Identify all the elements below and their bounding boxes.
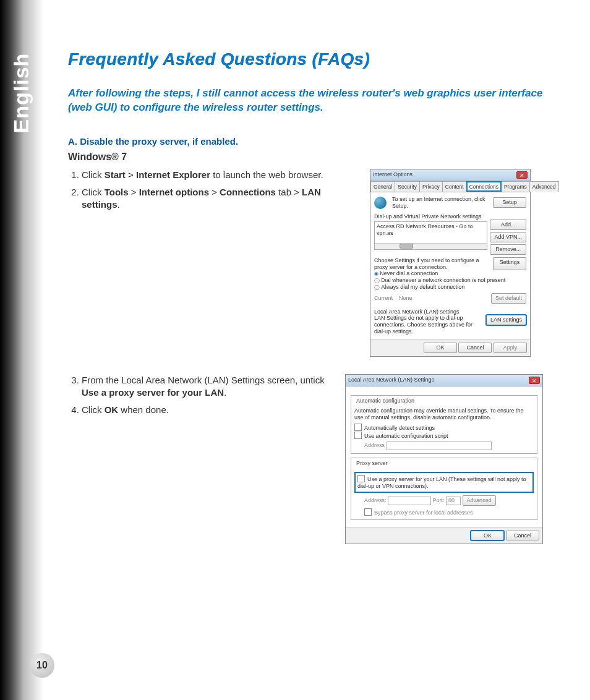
add-vpn-button[interactable]: Add VPN... (490, 232, 526, 242)
internet-options-screenshot: Internet Options ✕ General Security Priv… (370, 169, 550, 357)
os-label: Windows® 7 (68, 152, 550, 163)
language-sidebar: English (0, 0, 43, 186)
proxy-address-label: Address: (364, 497, 387, 503)
tab-security[interactable]: Security (395, 181, 420, 192)
chk-auto-detect[interactable]: Automatically detect settings (354, 424, 534, 432)
tab-programs[interactable]: Programs (501, 181, 530, 192)
auto-config-legend: Automatic configuration (354, 398, 416, 404)
choose-text: Choose Settings if you need to configure… (374, 257, 490, 271)
ie-tab-body: To set up an Internet connection, click … (370, 192, 530, 339)
tab-privacy[interactable]: Privacy (419, 181, 443, 192)
setup-button[interactable]: Setup (493, 197, 526, 208)
close-icon[interactable]: ✕ (529, 377, 540, 384)
auto-config-group: Automatic configuration Automatic config… (351, 395, 537, 454)
lan-settings-screenshot: Local Area Network (LAN) Settings ✕ Auto… (345, 374, 550, 545)
dun-header: Dial-up and Virtual Private Network sett… (374, 213, 526, 220)
row-steps-1-2: Click Start > Internet Explorer to launc… (68, 169, 550, 357)
tab-connections[interactable]: Connections (466, 181, 502, 192)
remove-button[interactable]: Remove... (490, 244, 526, 255)
chk-auto-script[interactable]: Use automatic configuration script (354, 432, 534, 440)
set-default-button[interactable]: Set default (491, 293, 526, 304)
lan-title: Local Area Network (LAN) Settings (348, 377, 434, 384)
close-icon[interactable]: ✕ (516, 171, 528, 179)
row-steps-3-4: From the Local Area Network (LAN) Settin… (68, 374, 550, 545)
address-row: Address (364, 442, 534, 450)
add-button[interactable]: Add... (490, 220, 526, 230)
ie-tabs: General Security Privacy Content Connect… (370, 181, 530, 192)
steps-list-1: Click Start > Internet Explorer to launc… (82, 169, 359, 211)
auto-config-text: Automatic configuration may override man… (354, 408, 534, 421)
radio-always-dial[interactable]: Always dial my default connection (374, 284, 526, 291)
lan-header: Local Area Network (LAN) settings (374, 309, 526, 315)
ok-button[interactable]: OK (424, 343, 457, 353)
lan-dialog-buttons: OK Cancel (346, 527, 542, 544)
page-title: Frequently Asked Questions (FAQs) (68, 49, 550, 69)
chk-bypass[interactable]: Bypass proxy server for local addresses (364, 508, 534, 516)
chk-use-proxy[interactable]: Use a proxy server for your LAN (These s… (357, 475, 531, 490)
step-4: Click OK when done. (82, 404, 334, 416)
proxy-address-row: Address: Port: 80 Advanced (364, 495, 534, 506)
settings-button[interactable]: Settings (493, 257, 526, 271)
step-1: Click Start > Internet Explorer to launc… (82, 169, 359, 181)
globe-icon (374, 197, 387, 209)
radio-never-dial[interactable]: Never dial a connection (374, 270, 526, 277)
tab-general[interactable]: General (370, 181, 395, 192)
tab-content[interactable]: Content (442, 181, 467, 192)
proxy-address-input[interactable] (388, 497, 431, 505)
scrollbar[interactable] (375, 243, 487, 249)
page-number: 10 (30, 653, 54, 678)
ie-title: Internet Options (373, 171, 413, 179)
proxy-highlight: Use a proxy server for your LAN (These s… (354, 472, 534, 493)
language-label: English (10, 53, 34, 133)
faq-question: After following the steps, I still canno… (68, 87, 550, 115)
address-input[interactable] (387, 442, 492, 450)
apply-button[interactable]: Apply (494, 343, 527, 353)
ie-setup-text: To set up an Internet connection, click … (392, 196, 490, 210)
lan-titlebar: Local Area Network (LAN) Settings ✕ (346, 375, 542, 386)
lan-settings-button[interactable]: LAN settings (486, 315, 526, 325)
address-label: Address (364, 442, 385, 448)
port-input[interactable]: 80 (446, 497, 461, 505)
page-content: Frequently Asked Questions (FAQs) After … (68, 49, 550, 544)
port-label: Port: (433, 497, 445, 503)
lan-text: LAN Settings do not apply to dial-up con… (374, 315, 484, 335)
steps-1-2-text: Click Start > Internet Explorer to launc… (68, 169, 359, 216)
step-3: From the Local Area Network (LAN) Settin… (82, 374, 334, 399)
cancel-button[interactable]: Cancel (506, 531, 539, 541)
ie-dialog-buttons: OK Cancel Apply (370, 339, 530, 356)
proxy-group: Proxy server Use a proxy server for your… (351, 458, 537, 520)
advanced-button[interactable]: Advanced (463, 495, 496, 506)
steps-3-4-text: From the Local Area Network (LAN) Settin… (68, 374, 334, 422)
os-text: Windows® 7 (68, 152, 127, 162)
radio-dial-when[interactable]: Dial whenever a network connection is no… (374, 277, 526, 284)
dun-item: Access RD Network Resources - Go to vpn.… (377, 223, 473, 236)
proxy-legend: Proxy server (354, 460, 390, 467)
steps-list-2: From the Local Area Network (LAN) Settin… (82, 374, 334, 417)
cancel-button[interactable]: Cancel (458, 343, 492, 353)
ie-titlebar: Internet Options ✕ (370, 169, 530, 181)
step-2: Click Tools > Internet options > Connect… (82, 186, 359, 211)
dun-listbox[interactable]: Access RD Network Resources - Go to vpn.… (374, 221, 487, 250)
tab-advanced[interactable]: Advanced (529, 181, 559, 192)
current-row: Current None Set default (374, 293, 526, 304)
page-number-text: 10 (36, 660, 48, 671)
ok-button[interactable]: OK (471, 531, 504, 541)
section-a-heading: A. Disable the proxy server, if enabled. (68, 136, 550, 147)
